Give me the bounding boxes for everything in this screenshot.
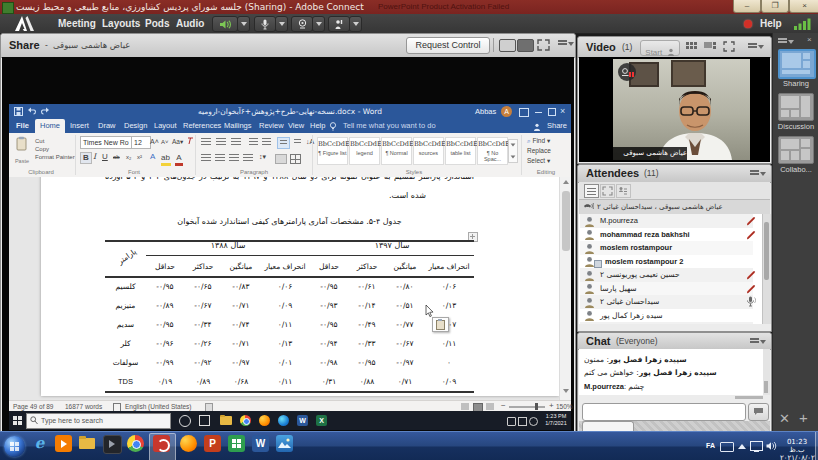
start-button[interactable] bbox=[4, 436, 25, 457]
sidebar-delete-layout-icon[interactable]: ✕ bbox=[779, 411, 790, 426]
word-user-avatar[interactable]: A bbox=[501, 106, 512, 117]
style-sources[interactable]: BbCcDdEesources bbox=[413, 137, 444, 165]
style-no-spacing[interactable]: BbCcDdEe¶ No Spac... bbox=[477, 137, 508, 165]
scrollbar-thumb[interactable] bbox=[562, 191, 570, 251]
fullscreen-icon[interactable] bbox=[537, 39, 550, 51]
breakout-view-button[interactable] bbox=[600, 184, 615, 198]
multilevel-list-icon[interactable] bbox=[231, 138, 241, 146]
numbered-list-icon[interactable] bbox=[216, 138, 226, 146]
style-table-list[interactable]: BbCcDdEetable list bbox=[445, 137, 476, 165]
replace-button[interactable]: Replace bbox=[527, 146, 551, 156]
attendee-row[interactable]: سهیل پارسا bbox=[580, 282, 753, 296]
tab-help[interactable]: Help bbox=[305, 119, 330, 133]
change-case-icon[interactable]: Aa▾ bbox=[172, 137, 183, 147]
align-right-icon[interactable] bbox=[229, 154, 239, 162]
chrome-icon[interactable] bbox=[240, 415, 251, 426]
tab-home[interactable]: Home bbox=[35, 119, 65, 133]
zoom-slider-thumb[interactable] bbox=[535, 403, 538, 410]
chat-pod-menu-icon[interactable] bbox=[750, 337, 764, 347]
tell-me-box[interactable]: Tell me what you want to do bbox=[338, 119, 441, 133]
layout-sharing-label[interactable]: Sharing bbox=[773, 79, 818, 88]
tray-icon[interactable] bbox=[518, 417, 527, 426]
display-tray-icon[interactable] bbox=[750, 441, 763, 451]
styles-gallery-scroll[interactable] bbox=[508, 139, 518, 163]
taskbar-media-player-icon[interactable] bbox=[55, 435, 72, 452]
clear-format-icon[interactable] bbox=[187, 137, 194, 145]
font-size-box[interactable]: 12 bbox=[131, 136, 151, 149]
justify-icon[interactable] bbox=[243, 154, 253, 162]
subscript-button[interactable]: x₂ bbox=[126, 152, 131, 162]
tray-icon[interactable] bbox=[507, 417, 516, 426]
raise-hand-button[interactable] bbox=[328, 16, 350, 32]
firefox-icon[interactable] bbox=[259, 415, 270, 426]
scroll-down-icon[interactable] bbox=[563, 389, 569, 393]
restore-button[interactable]: ❐ bbox=[761, 0, 789, 13]
taskbar-chrome-icon[interactable] bbox=[127, 435, 144, 452]
attendees-scrollbar[interactable] bbox=[762, 214, 771, 324]
format-painter-button[interactable]: Format Painter bbox=[35, 152, 75, 162]
attendee-row[interactable]: mohammad reza bakhshi bbox=[580, 228, 753, 242]
word-minimize-button[interactable] bbox=[535, 112, 542, 113]
excel-taskbar-icon[interactable]: X bbox=[316, 415, 327, 426]
attendee-row[interactable]: moslem rostampour bbox=[580, 241, 753, 255]
word-restore-button[interactable] bbox=[548, 108, 556, 116]
menu-layouts[interactable]: Layouts bbox=[102, 14, 140, 33]
zoom-slider[interactable] bbox=[509, 406, 545, 408]
attendees-pod-menu-icon[interactable] bbox=[750, 169, 764, 179]
bold-button[interactable]: B bbox=[80, 152, 92, 164]
pod-view-icon[interactable] bbox=[499, 39, 516, 52]
sidebar-add-layout-icon[interactable]: + bbox=[799, 409, 808, 426]
chat-input[interactable] bbox=[582, 403, 746, 421]
tab-draw[interactable]: Draw bbox=[93, 119, 121, 133]
microphone-button[interactable] bbox=[254, 16, 276, 32]
scrollbar-thumb[interactable] bbox=[764, 222, 769, 280]
bullet-list-icon[interactable] bbox=[201, 138, 211, 146]
webcam-button[interactable] bbox=[291, 16, 313, 32]
menu-pods[interactable]: Pods bbox=[145, 14, 169, 33]
rtl-direction-button[interactable] bbox=[277, 137, 290, 149]
word-share-button[interactable]: Share bbox=[542, 119, 572, 133]
menu-help[interactable]: Help bbox=[760, 14, 782, 33]
speaker-dropdown[interactable] bbox=[237, 16, 250, 32]
zoom-out-button[interactable]: − bbox=[501, 401, 506, 411]
win10-search-box[interactable]: Type here to search bbox=[26, 413, 171, 429]
tray-expand-icon[interactable] bbox=[738, 444, 746, 449]
italic-button[interactable]: I bbox=[93, 152, 96, 162]
shrink-font-icon[interactable]: A˅ bbox=[161, 137, 169, 147]
layout-collaboration-thumbnail[interactable] bbox=[778, 136, 814, 164]
underline-button[interactable]: U bbox=[102, 152, 108, 162]
attendee-row[interactable]: حسین نعیمی پوریونسی ۲ bbox=[580, 268, 753, 282]
word-close-button[interactable]: × bbox=[560, 106, 565, 117]
video-start-button[interactable]: Start bbox=[640, 40, 680, 56]
menu-meeting[interactable]: Meeting bbox=[58, 14, 96, 33]
microphone-dropdown[interactable] bbox=[275, 16, 288, 32]
style-legend[interactable]: BbCcDdEelegend bbox=[349, 137, 380, 165]
ltr-direction-button[interactable] bbox=[292, 137, 303, 147]
strikethrough-button[interactable]: ab bbox=[113, 152, 120, 162]
sidebar-close-icon[interactable]: × bbox=[807, 35, 812, 44]
edge-icon[interactable] bbox=[278, 415, 289, 426]
raise-hand-dropdown[interactable] bbox=[349, 16, 362, 32]
taskbar-ie-icon[interactable]: e bbox=[31, 435, 48, 452]
document-scrollbar[interactable] bbox=[559, 177, 571, 400]
increase-indent-icon[interactable] bbox=[262, 138, 271, 146]
zoom-in-button[interactable]: + bbox=[549, 401, 554, 411]
win10-clock[interactable]: 1:23 PM 1/7/2021 bbox=[541, 413, 571, 427]
attendee-status-view-button[interactable] bbox=[616, 184, 631, 198]
attendee-row[interactable]: سیداحسان غیاثی ۲ bbox=[580, 295, 753, 309]
presenter-view-icon[interactable] bbox=[517, 39, 534, 52]
font-name-box[interactable]: Times New Ro bbox=[80, 136, 134, 149]
find-button[interactable]: ⌕ Find ▾ bbox=[527, 136, 550, 146]
taskbar-kmplayer-icon[interactable] bbox=[103, 435, 122, 454]
filmstrip-view-icon[interactable] bbox=[686, 42, 699, 52]
word-taskbar-icon[interactable]: W bbox=[297, 415, 308, 426]
video-pod-menu-icon[interactable] bbox=[748, 42, 762, 52]
paste-options-button[interactable] bbox=[432, 317, 449, 332]
minimize-button[interactable]: – bbox=[733, 0, 761, 13]
ribbon-display-options-icon[interactable] bbox=[519, 108, 529, 117]
attendee-row[interactable]: moslem rostampour 2 bbox=[580, 255, 753, 269]
attendee-row-partial[interactable] bbox=[580, 322, 753, 324]
superscript-button[interactable]: x² bbox=[137, 152, 142, 162]
chat-vscrollbar[interactable] bbox=[763, 349, 770, 395]
read-mode-icon[interactable] bbox=[461, 403, 469, 410]
